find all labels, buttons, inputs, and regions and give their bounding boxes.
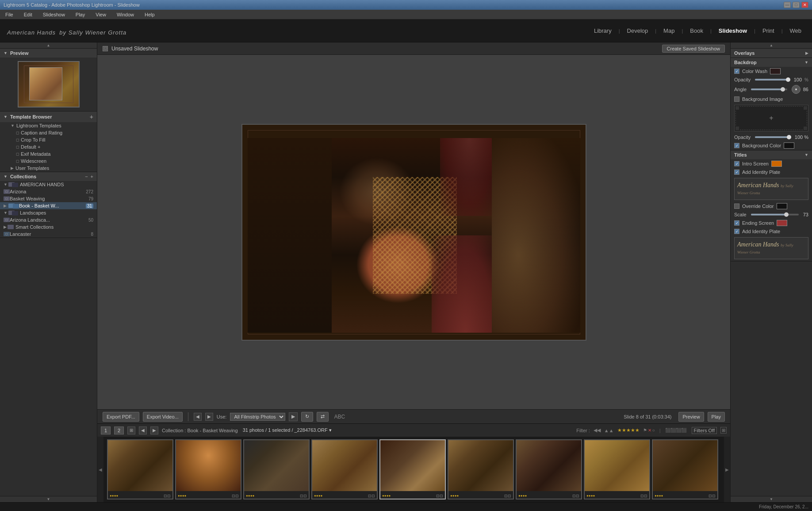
filmstrip-thumb-2[interactable]: ●●●● ⊡⊡ — [175, 439, 241, 499]
filmstrip-next-btn[interactable]: ▶ — [150, 426, 158, 434]
slide-next-button[interactable]: ▶ — [205, 413, 213, 421]
bottom-scroll-arrow[interactable]: ▼ — [0, 496, 97, 502]
collections-minus[interactable]: − — [85, 174, 88, 179]
menu-help[interactable]: Help — [143, 11, 157, 18]
menu-view[interactable]: View — [94, 11, 108, 18]
nav-web[interactable]: Web — [786, 26, 805, 36]
filmstrip-thumb-3[interactable]: ●●●● ⊡⊡ — [243, 439, 310, 499]
close-button[interactable]: ✕ — [801, 2, 808, 8]
collection-landscapes-group[interactable]: ▼ Landscapes — [0, 209, 97, 216]
loop-button[interactable]: ↻ — [301, 412, 313, 422]
ending-screen-swatch[interactable] — [777, 220, 787, 226]
filmstrip: ◀ ●●●● ⊡⊡ — [97, 437, 730, 502]
menu-play[interactable]: Play — [74, 11, 87, 18]
override-color-checkbox[interactable] — [734, 204, 739, 209]
collection-smart-group[interactable]: ▶ Smart Collections — [0, 223, 97, 231]
background-color-checkbox[interactable]: ✓ — [734, 143, 739, 148]
slide-prev-button[interactable]: ◀ — [194, 413, 202, 421]
angle-slider[interactable] — [751, 88, 787, 90]
filmstrip-scroll-left[interactable]: ◀ — [97, 437, 103, 502]
titles-header[interactable]: Titles ▼ — [731, 150, 812, 159]
menu-edit[interactable]: Edit — [22, 11, 34, 18]
overlays-header[interactable]: Overlays ▶ — [731, 49, 812, 58]
overlays-section: Overlays ▶ — [731, 49, 812, 58]
slideshow-checkbox[interactable]: ☐ — [103, 46, 108, 51]
filmstrip-thumb-7[interactable]: ●●●● ⊡⊡ — [516, 439, 582, 499]
ending-screen-checkbox[interactable]: ✓ — [734, 220, 739, 226]
right-panel-bottom-scroll[interactable]: ▼ — [731, 496, 812, 502]
nav-print[interactable]: Print — [759, 26, 778, 36]
collection-american-hands-group[interactable]: ▼ AMERICAN HANDS — [0, 181, 97, 188]
backdrop-header[interactable]: Backdrop ▼ — [731, 58, 812, 67]
backdrop-opacity-slider[interactable] — [755, 136, 790, 138]
collection-arizona[interactable]: ◻ Arizona 272 — [0, 188, 97, 195]
ending-identity-preview[interactable]: American Hands by Sally Wiener Grotta — [734, 237, 808, 259]
angle-widget[interactable] — [792, 85, 801, 94]
filmstrip-num2[interactable]: 2 — [114, 426, 124, 434]
filmstrip-thumb-6[interactable]: ●●●● ⊡⊡ — [448, 439, 514, 499]
override-color-swatch[interactable] — [777, 203, 787, 209]
backdrop-image-area[interactable]: + — [734, 105, 808, 131]
template-browser-header[interactable]: ▼ Template Browser + — [0, 111, 97, 122]
nav-slideshow[interactable]: Slideshow — [715, 26, 751, 36]
add-identity-plate-checkbox[interactable]: ✓ — [734, 169, 739, 175]
collections-header[interactable]: ▼ Collections − + — [0, 172, 97, 181]
menu-file[interactable]: File — [4, 11, 15, 18]
overlays-title: Overlays — [734, 50, 755, 56]
play-small-button[interactable]: ▶ — [289, 412, 298, 421]
filmstrip-thumb-4[interactable]: ●●●● ⊡⊡ — [311, 439, 378, 499]
export-pdf-button[interactable]: Export PDF... — [103, 412, 139, 422]
template-crop-to-fill[interactable]: ◻ Crop To Fill — [0, 136, 97, 143]
nav-library[interactable]: Library — [590, 26, 615, 36]
template-default[interactable]: ◻ Default + — [0, 143, 97, 150]
color-wash-checkbox[interactable]: ✓ — [734, 69, 739, 74]
nav-book[interactable]: Book — [686, 26, 707, 36]
opacity-slider[interactable] — [755, 79, 789, 81]
template-exif-metadata[interactable]: ◻ Exif Metadata — [0, 150, 97, 158]
nav-map[interactable]: Map — [660, 26, 678, 36]
minimize-button[interactable]: — — [784, 2, 791, 8]
color-wash-swatch[interactable] — [770, 68, 781, 74]
menu-slideshow[interactable]: Slideshow — [41, 11, 67, 18]
export-video-button[interactable]: Export Video... — [143, 412, 183, 422]
nav-develop[interactable]: Develop — [624, 26, 652, 36]
collection-lancaster[interactable]: ◻ Lancaster 8 — [0, 231, 97, 238]
user-templates-group[interactable]: ▶ User Templates — [0, 165, 97, 172]
lightroom-templates-group[interactable]: ▼ Lightroom Templates — [0, 122, 97, 129]
app: American Hands by Sally Wiener Grotta Li… — [0, 19, 812, 511]
filmstrip-prev-btn[interactable]: ◀ — [139, 426, 147, 434]
filmstrip-thumb-5-selected[interactable]: ●●●● ⊡⊡ — [379, 439, 446, 499]
intro-screen-checkbox[interactable]: ✓ — [734, 161, 739, 166]
collection-book-basket[interactable]: ▶ Book - Basket W... 31 — [0, 202, 97, 209]
filmstrip-grid-btn[interactable]: ⊞ — [127, 426, 135, 434]
background-image-checkbox[interactable] — [734, 96, 739, 102]
maximize-button[interactable]: □ — [793, 2, 800, 8]
add-template-button[interactable]: + — [90, 113, 93, 120]
scale-slider[interactable] — [751, 214, 799, 215]
collection-arizona-landscapes[interactable]: ◻ Arizona Landsca... 50 — [0, 216, 97, 223]
preview-button[interactable]: Preview — [678, 412, 704, 422]
slideshow-bar: ☐ Unsaved Slideshow Create Saved Slidesh… — [97, 42, 730, 55]
intro-screen-swatch[interactable] — [771, 161, 782, 167]
right-panel-top-scroll[interactable]: ▲ — [731, 42, 812, 49]
random-button[interactable]: ⇄ — [317, 412, 329, 422]
create-saved-slideshow-button[interactable]: Create Saved Slideshow — [662, 45, 725, 53]
play-button[interactable]: Play — [708, 412, 725, 422]
top-scroll-arrow[interactable]: ▲ — [0, 42, 97, 49]
filmstrip-scroll-right[interactable]: ▶ — [724, 437, 730, 502]
filmstrip-num1[interactable]: 1 — [101, 426, 111, 434]
filmstrip-thumb-9[interactable]: ●●●● ⊡⊡ — [652, 439, 718, 499]
use-select[interactable]: All Filmstrip Photos — [230, 413, 285, 421]
template-caption-rating[interactable]: ◻ Caption and Rating — [0, 129, 97, 136]
filters-off[interactable]: Filters Off — [692, 427, 717, 434]
filmstrip-thumb-8[interactable]: ●●●● ⊡⊡ — [584, 439, 650, 499]
collection-basket-weaving[interactable]: ◻ Basket Weaving 79 — [0, 195, 97, 202]
background-color-swatch[interactable] — [784, 142, 794, 149]
template-widescreen[interactable]: ◻ Widescreen — [0, 158, 97, 165]
preview-header[interactable]: ▼ Preview — [0, 49, 97, 58]
intro-identity-preview[interactable]: American Hands by Sally Wiener Grotta — [734, 178, 808, 200]
collections-plus[interactable]: + — [91, 174, 93, 179]
menu-window[interactable]: Window — [115, 11, 136, 18]
filmstrip-thumb-1[interactable]: ●●●● ⊡⊡ — [107, 439, 173, 499]
add-identity-plate2-checkbox[interactable]: ✓ — [734, 229, 739, 234]
